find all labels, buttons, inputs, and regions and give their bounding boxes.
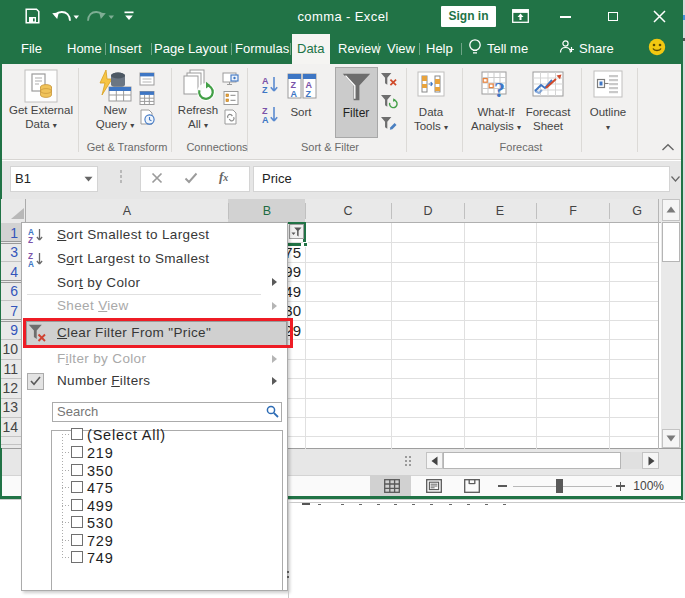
- svg-text:?: ?: [494, 77, 505, 99]
- svg-text:Z: Z: [305, 89, 311, 99]
- svg-text:Z: Z: [262, 85, 268, 95]
- svg-text:A: A: [28, 260, 34, 267]
- svg-text:Z: Z: [28, 236, 33, 243]
- svg-text:A: A: [290, 89, 297, 99]
- svg-text:A: A: [262, 76, 269, 86]
